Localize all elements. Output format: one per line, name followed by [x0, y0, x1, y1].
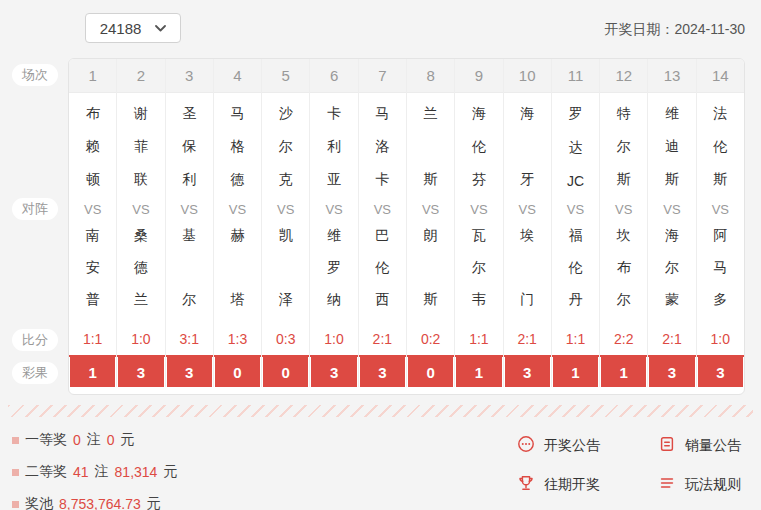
match-number-cell: 7 [359, 59, 406, 93]
team-name-char: 布 [86, 105, 100, 123]
match-column: 12特尔斯VS坎布尔2:21 [600, 59, 648, 387]
match-table: 1布赖顿VS南安普1:112谢菲联VS桑德兰1:033圣保利VS基尔3:134马… [68, 58, 745, 395]
score-cell: 0:2 [407, 323, 454, 357]
team-name-char: 尔 [279, 138, 293, 156]
footer-links: 开奖公告销量公告往期开奖玩法规则 [517, 435, 741, 510]
team-name-char: 塔 [230, 291, 244, 309]
home-team-cell: 特尔斯 [600, 93, 647, 195]
team-name-char: 伦 [713, 138, 727, 156]
team-name-char: 韦 [472, 291, 486, 309]
home-team-cell: 谢菲联 [117, 93, 164, 195]
vs-cell: VS [166, 195, 213, 223]
team-name-char: 瓦 [472, 227, 486, 245]
result-cell: 0 [408, 357, 453, 387]
footer-link-trophy[interactable]: 往期开奖 [517, 474, 600, 495]
match-number-cell: 6 [310, 59, 357, 93]
team-name-char: 兰 [424, 105, 438, 123]
score-cell: 2:1 [648, 323, 695, 357]
home-team-cell: 法伦斯 [697, 93, 744, 195]
score-cell: 3:1 [166, 323, 213, 357]
footer-link-sales-report[interactable]: 销量公告 [658, 435, 741, 456]
team-name-char: 罗 [568, 105, 582, 123]
match-column: 10海牙VS埃门2:13 [504, 59, 552, 387]
team-name-char: 芬 [472, 171, 486, 189]
away-team-cell: 基尔 [166, 223, 213, 323]
away-team-cell: 凯泽 [262, 223, 309, 323]
result-cell: 1 [553, 357, 598, 387]
team-name-char: 蒙 [665, 291, 679, 309]
prize-amount: 0 [107, 432, 115, 448]
prize-count: 0 [73, 432, 81, 448]
team-name-char: 洛 [375, 138, 389, 156]
zigzag-separator [8, 405, 753, 417]
home-team-cell: 布赖顿 [69, 93, 116, 195]
away-team-cell: 朗斯 [407, 223, 454, 323]
away-team-cell: 赫塔 [214, 223, 261, 323]
score-cell: 1:0 [117, 323, 164, 357]
footer-link-announcement[interactable]: 开奖公告 [517, 435, 600, 456]
match-column: 3圣保利VS基尔3:13 [166, 59, 214, 387]
team-name-char: 多 [713, 291, 727, 309]
vs-cell: VS [262, 195, 309, 223]
team-name-char: 斯 [424, 291, 438, 309]
prize-row: 一等奖0注0元 [12, 431, 183, 449]
bullet-icon [12, 437, 19, 444]
score-cell: 1:0 [310, 323, 357, 357]
match-number-cell: 8 [407, 59, 454, 93]
team-name-char: 斯 [617, 171, 631, 189]
chevron-down-icon [155, 25, 166, 32]
team-name-char: 西 [375, 291, 389, 309]
team-name-char: 门 [520, 291, 534, 309]
team-name-char: 伦 [568, 259, 582, 277]
team-name-char: 马 [713, 259, 727, 277]
row-label-score: 比分 [12, 329, 58, 351]
result-cell: 1 [70, 357, 115, 387]
footer: 一等奖0注0元二等奖41注81,314元奖池8,753,764.73元 开奖公告… [0, 427, 761, 510]
team-name-char: 伦 [472, 138, 486, 156]
home-team-cell: 沙尔克 [262, 93, 309, 195]
team-name-char: 斯 [424, 171, 438, 189]
vs-cell: VS [504, 195, 551, 223]
home-team-cell: 维迪斯 [648, 93, 695, 195]
team-name-char: 联 [134, 171, 148, 189]
score-cell: 1:1 [69, 323, 116, 357]
match-column: 5沙尔克VS凯泽0:30 [262, 59, 310, 387]
team-name-char: 德 [230, 171, 244, 189]
vs-cell: VS [600, 195, 647, 223]
announcement-icon [517, 435, 535, 456]
away-team-cell: 阿马多 [697, 223, 744, 323]
team-name-char: 顿 [86, 171, 100, 189]
team-name-char: JC [567, 173, 584, 189]
team-name-char: 菲 [134, 138, 148, 156]
match-number-cell: 10 [504, 59, 551, 93]
away-team-cell: 海尔蒙 [648, 223, 695, 323]
team-name-char: 尔 [617, 138, 631, 156]
period-select[interactable]: 24188 [85, 13, 181, 43]
team-name-char: 尔 [182, 291, 196, 309]
vs-cell: VS [117, 195, 164, 223]
result-cell: 1 [456, 357, 501, 387]
team-name-char: 利 [327, 138, 341, 156]
result-cell: 3 [118, 357, 163, 387]
team-name-char: 泽 [279, 291, 293, 309]
team-name-char: 亚 [327, 171, 341, 189]
vs-cell: VS [310, 195, 357, 223]
team-name-char: 牙 [520, 171, 534, 189]
away-team-cell: 桑德兰 [117, 223, 164, 323]
team-name-char: 德 [134, 259, 148, 277]
match-column: 2谢菲联VS桑德兰1:03 [117, 59, 165, 387]
trophy-icon [517, 474, 535, 495]
home-team-cell: 马洛卡 [359, 93, 406, 195]
team-name-char: 布 [617, 259, 631, 277]
team-name-char: 赖 [86, 138, 100, 156]
vs-cell: VS [697, 195, 744, 223]
result-cell: 3 [311, 357, 356, 387]
team-name-char: 赫 [230, 227, 244, 245]
match-column: 13维迪斯VS海尔蒙2:13 [648, 59, 696, 387]
team-name-char: 达 [568, 139, 582, 157]
footer-link-rules[interactable]: 玩法规则 [658, 474, 741, 495]
score-cell: 1:3 [214, 323, 261, 357]
draw-date-label: 开奖日期： [604, 21, 674, 37]
team-name-char: 福 [568, 227, 582, 245]
team-name-char: 桑 [134, 227, 148, 245]
